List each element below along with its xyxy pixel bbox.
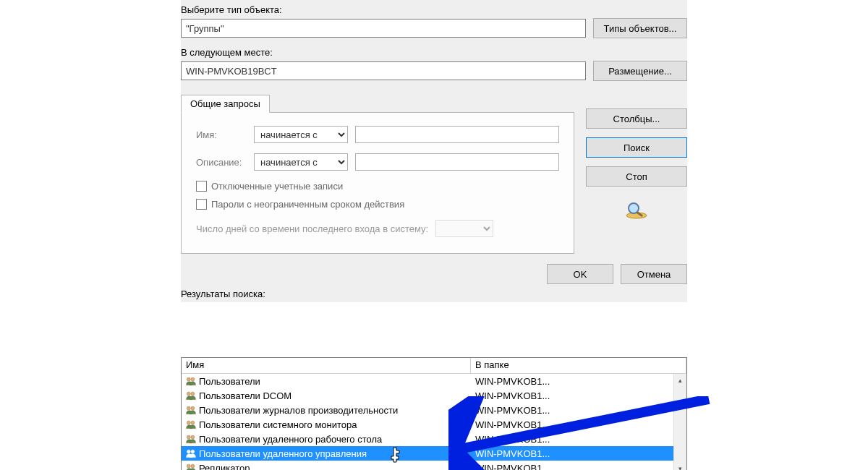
tab-body: Имя: начинается с Описание: начинается с <box>181 112 574 254</box>
scroll-up-icon[interactable]: ▴ <box>674 374 686 387</box>
ok-button[interactable]: OK <box>547 264 613 284</box>
description-input[interactable] <box>355 153 559 171</box>
svg-point-7 <box>187 406 190 410</box>
results-row[interactable]: Пользователи удаленного управленияWIN-PM… <box>182 446 686 461</box>
row-name: Пользователи <box>197 376 471 387</box>
group-icon <box>184 419 197 430</box>
results-row[interactable]: Пользователи журналов производительности… <box>182 403 686 417</box>
location-label: В следующем месте: <box>181 47 687 58</box>
svg-point-15 <box>187 464 190 468</box>
search-icon <box>586 195 687 224</box>
col-header-folder[interactable]: В папке <box>471 358 686 373</box>
row-name: Репликатор <box>197 463 471 471</box>
results-row[interactable]: Пользователи DCOMWIN-PMVKOB1... <box>182 388 686 403</box>
group-icon <box>184 448 197 458</box>
location-field: WIN-PMVKOB19BCT <box>181 61 586 80</box>
svg-point-11 <box>187 435 190 439</box>
group-icon <box>184 405 197 415</box>
results-row[interactable]: Пользователи удаленного рабочего столаWI… <box>182 432 686 446</box>
select-object-type-label: Выберите тип объекта: <box>181 4 687 15</box>
svg-point-14 <box>191 450 195 453</box>
group-icon <box>184 376 197 386</box>
disabled-accounts-label: Отключенные учетные записи <box>211 181 343 192</box>
query-tabs: Общие запросы Имя: начинается с Описание… <box>181 94 574 254</box>
name-match-select[interactable]: начинается с <box>254 126 348 143</box>
name-label: Имя: <box>196 129 247 140</box>
days-label: Число дней со времени последнего входа в… <box>196 223 428 234</box>
scroll-down-icon[interactable]: ▾ <box>674 462 686 470</box>
row-name: Пользователи DCOM <box>197 390 471 401</box>
disabled-accounts-checkbox[interactable]: Отключенные учетные записи <box>196 181 559 192</box>
find-button[interactable]: Поиск <box>586 137 687 158</box>
svg-point-13 <box>187 450 190 453</box>
col-header-name[interactable]: Имя <box>182 358 471 373</box>
row-folder: WIN-PMVKOB1... <box>471 419 686 430</box>
row-folder: WIN-PMVKOB1... <box>471 376 686 387</box>
row-name: Пользователи удаленного управления <box>197 448 471 459</box>
row-folder: WIN-PMVKOB1... <box>471 463 686 471</box>
description-label: Описание: <box>196 157 247 168</box>
stop-button[interactable]: Стоп <box>586 166 687 187</box>
svg-point-5 <box>187 392 190 396</box>
results-body: ПользователиWIN-PMVKOB1... Пользователи … <box>182 374 686 470</box>
row-name: Пользователи системного монитора <box>197 419 471 430</box>
results-label: Результаты поиска: <box>181 289 687 299</box>
row-folder: WIN-PMVKOB1... <box>471 405 686 416</box>
svg-point-8 <box>191 406 195 410</box>
tab-common-queries[interactable]: Общие запросы <box>181 95 270 113</box>
svg-point-9 <box>187 421 190 424</box>
results-grid: Имя В папке ПользователиWIN-PMVKOB1... П… <box>181 357 687 470</box>
location-button[interactable]: Размещение... <box>593 61 687 81</box>
svg-point-3 <box>187 377 190 381</box>
group-icon <box>184 463 197 470</box>
svg-point-16 <box>191 464 195 468</box>
description-match-select[interactable]: начинается с <box>254 153 348 171</box>
scrollbar[interactable]: ▴ ▾ <box>673 374 686 470</box>
object-type-field: "Группы" <box>181 19 586 38</box>
row-folder: WIN-PMVKOB1... <box>471 434 686 445</box>
days-select <box>435 220 493 237</box>
row-name: Пользователи удаленного рабочего стола <box>197 434 471 445</box>
results-row[interactable]: ПользователиWIN-PMVKOB1... <box>182 374 686 388</box>
results-header: Имя В папке <box>182 358 686 374</box>
nonexpiring-pw-label: Пароли с неограниченным сроком действия <box>211 199 404 210</box>
columns-button[interactable]: Столбцы... <box>586 108 687 129</box>
svg-point-12 <box>191 435 195 439</box>
results-row[interactable]: Пользователи системного монитораWIN-PMVK… <box>182 417 686 432</box>
cancel-button[interactable]: Отмена <box>621 264 687 284</box>
nonexpiring-pw-checkbox[interactable]: Пароли с неограниченным сроком действия <box>196 199 559 210</box>
svg-point-10 <box>191 421 195 424</box>
group-icon <box>184 390 197 401</box>
svg-point-0 <box>626 213 647 218</box>
row-folder: WIN-PMVKOB1... <box>471 448 686 459</box>
row-name: Пользователи журналов производительности <box>197 405 471 416</box>
object-types-button[interactable]: Типы объектов... <box>593 18 687 38</box>
object-picker-dialog: Выберите тип объекта: "Группы" Типы объе… <box>181 0 687 302</box>
name-input[interactable] <box>355 126 559 143</box>
group-icon <box>184 434 197 444</box>
svg-point-6 <box>191 392 195 396</box>
results-row[interactable]: РепликаторWIN-PMVKOB1... <box>182 461 686 470</box>
row-folder: WIN-PMVKOB1... <box>471 390 686 401</box>
svg-point-4 <box>191 377 195 381</box>
